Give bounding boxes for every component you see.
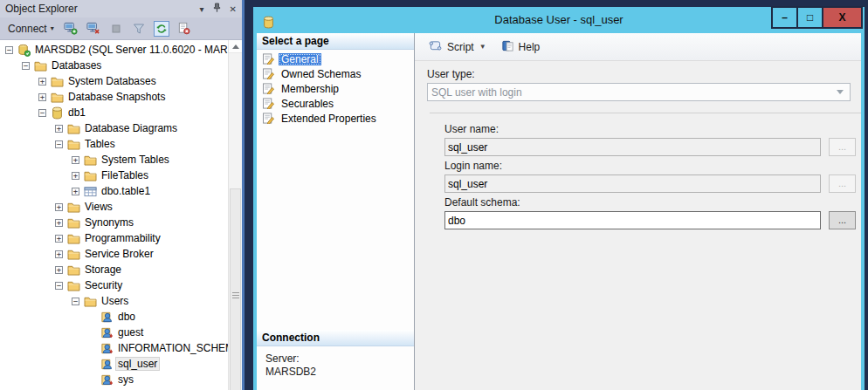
connection-header: Connection [257, 330, 414, 346]
user-type-select[interactable]: SQL user with login [427, 83, 851, 101]
tree-item-label: FileTables [100, 169, 150, 181]
tree-item-label: sql_user [116, 358, 159, 370]
tree-item-label: db1 [66, 106, 87, 119]
tree-item-storage[interactable]: +Storage [0, 262, 231, 277]
tree-item-marsdb2-sql-server-11-0-6020-mar[interactable]: −MARSDB2 (SQL Server 11.0.6020 - MARSD [0, 42, 231, 58]
page-icon [261, 53, 276, 65]
dialog-titlebar[interactable]: Database User - sql_user – □ X [257, 7, 861, 33]
database-user-dialog: Database User - sql_user – □ X Select a … [253, 7, 865, 390]
folder-icon [83, 154, 97, 167]
tree-item-security[interactable]: −Security [0, 277, 231, 293]
page-item-extended-properties[interactable]: Extended Properties [257, 111, 414, 126]
page-item-securables[interactable]: Securables [257, 96, 414, 111]
tree-item-label: Database Diagrams [83, 122, 179, 134]
default-schema-label: Default schema: [444, 196, 861, 209]
default-schema-input[interactable] [444, 211, 821, 229]
script-button[interactable]: Script [424, 38, 479, 57]
stop-icon[interactable] [107, 20, 125, 38]
tree-item-dbo[interactable]: dbo [0, 309, 231, 325]
object-explorer-toolbar: Connect ▾ [0, 17, 242, 40]
scroll-up-button[interactable] [229, 40, 242, 53]
tree-item-database-snapshots[interactable]: +Database Snapshots [0, 89, 231, 105]
page-item-membership[interactable]: Membership [257, 81, 414, 96]
minimize-button[interactable]: – [771, 6, 798, 29]
object-explorer-tree: −MARSDB2 (SQL Server 11.0.6020 - MARSD−D… [0, 40, 231, 387]
folder-icon [66, 279, 80, 292]
folder-icon [66, 232, 80, 245]
login-name-browse-button[interactable]: ... [829, 174, 856, 193]
tree-item-synonyms[interactable]: +Synonyms [0, 215, 231, 230]
expand-icon[interactable]: + [55, 219, 63, 227]
tree-item-users[interactable]: −Users [0, 293, 231, 309]
script-dropdown-button[interactable]: ▼ [479, 40, 492, 53]
user-name-browse-button[interactable]: ... [829, 138, 856, 156]
page-item-owned-schemas[interactable]: Owned Schemas [257, 66, 414, 81]
collapse-icon[interactable]: − [72, 298, 79, 305]
pin-icon[interactable] [212, 3, 222, 16]
page-item-general[interactable]: General [257, 51, 414, 66]
expand-icon[interactable]: + [72, 172, 79, 180]
connect-button[interactable]: Connect ▾ [5, 21, 57, 37]
tree-item-views[interactable]: +Views [0, 199, 231, 215]
tree-item-dbo-table1[interactable]: +dbo.table1 [0, 183, 231, 199]
expand-icon[interactable]: + [38, 93, 46, 101]
default-schema-browse-button[interactable]: ... [829, 211, 856, 229]
arrow-up-icon [232, 44, 239, 49]
tree-item-label: Security [83, 279, 124, 291]
tree-item-sql-user[interactable]: sql_user [0, 356, 231, 372]
collapse-icon[interactable]: − [5, 46, 13, 54]
collapse-icon[interactable]: − [55, 140, 63, 148]
maximize-button[interactable]: □ [796, 6, 823, 29]
scrollbar-thumb[interactable] [230, 188, 241, 390]
database-icon [50, 106, 64, 120]
collapse-icon[interactable]: − [22, 62, 30, 70]
expand-icon[interactable]: + [55, 250, 63, 258]
tree-item-guest[interactable]: guest [0, 325, 231, 340]
table-icon [83, 185, 97, 198]
tree-item-label: INFORMATION_SCHEMA [116, 342, 231, 354]
tree-item-information-schema[interactable]: INFORMATION_SCHEMA [0, 340, 231, 356]
help-icon [501, 39, 514, 55]
tree-item-service-broker[interactable]: +Service Broker [0, 246, 231, 262]
expand-icon[interactable]: + [38, 78, 46, 86]
disconnect-icon[interactable] [85, 20, 102, 38]
user-name-input[interactable] [444, 138, 821, 156]
connection-section: Connection Server: MARSDB2 Connection: [257, 330, 414, 390]
tree-item-tables[interactable]: −Tables [0, 136, 231, 152]
folder-icon [83, 295, 97, 308]
collapse-icon[interactable]: − [55, 282, 63, 290]
help-button[interactable]: Help [497, 37, 545, 58]
tree-item-label: MARSDB2 (SQL Server 11.0.6020 - MARSD [33, 44, 231, 56]
tree-item-label: sys [116, 373, 135, 386]
filter-icon[interactable] [130, 20, 148, 38]
tree-item-system-databases[interactable]: +System Databases [0, 73, 231, 89]
expand-icon[interactable]: + [55, 203, 63, 211]
window-position-icon[interactable]: ▾ [200, 4, 204, 14]
collapse-icon[interactable]: − [38, 109, 46, 117]
tree-item-database-diagrams[interactable]: +Database Diagrams [0, 120, 231, 136]
error-log-icon[interactable] [176, 20, 193, 38]
expand-icon[interactable]: + [72, 188, 79, 195]
expand-icon[interactable]: + [72, 156, 79, 164]
login-name-input[interactable] [444, 174, 821, 193]
connect-server-icon[interactable] [62, 20, 79, 38]
tree-item-label: Tables [83, 138, 117, 150]
expand-icon[interactable]: + [55, 235, 63, 243]
expand-icon[interactable]: + [55, 266, 63, 274]
tree-item-programmability[interactable]: +Programmability [0, 230, 231, 246]
close-panel-icon[interactable]: ✕ [230, 4, 237, 14]
tree-item-system-tables[interactable]: +System Tables [0, 152, 231, 168]
chevron-down-icon [837, 90, 844, 94]
tree-item-sys[interactable]: sys [0, 372, 231, 387]
folder-icon [33, 59, 47, 72]
close-button[interactable]: X [822, 6, 863, 29]
tree-item-databases[interactable]: −Databases [0, 58, 231, 73]
tree-scrollbar[interactable] [228, 40, 242, 390]
user-type-value: SQL user with login [431, 86, 522, 99]
tree-item-filetables[interactable]: +FileTables [0, 168, 231, 183]
user-disabled-icon [100, 342, 114, 355]
refresh-icon[interactable] [153, 20, 170, 38]
expand-icon[interactable]: + [55, 125, 63, 133]
tree-item-label: Database Snapshots [66, 91, 167, 103]
tree-item-db1[interactable]: −db1 [0, 105, 231, 120]
